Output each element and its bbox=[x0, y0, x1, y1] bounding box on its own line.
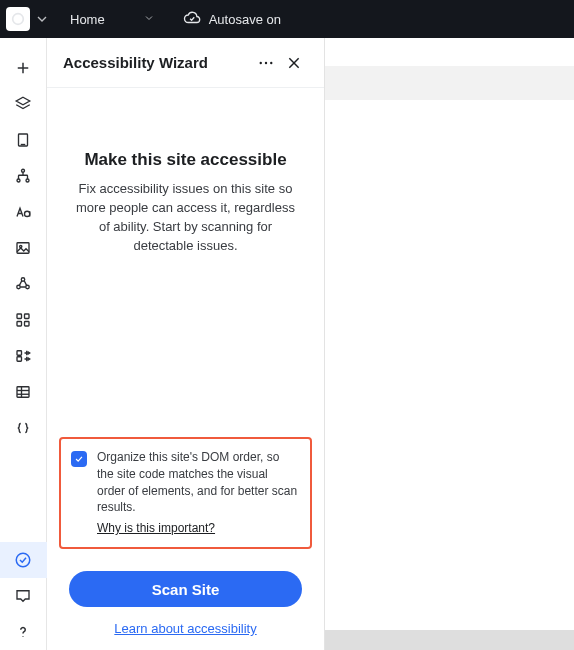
cloud-check-icon bbox=[183, 9, 201, 30]
panel-body: Make this site accessible Fix accessibil… bbox=[47, 88, 324, 437]
rail-comments[interactable] bbox=[0, 578, 47, 614]
svg-rect-17 bbox=[25, 314, 30, 319]
dom-order-checkbox[interactable] bbox=[71, 451, 87, 467]
why-important-link[interactable]: Why is this important? bbox=[97, 520, 215, 537]
panel-description: Fix accessibility issues on this site so… bbox=[69, 180, 302, 255]
svg-point-0 bbox=[13, 14, 24, 25]
svg-rect-11 bbox=[17, 243, 29, 254]
svg-rect-22 bbox=[17, 387, 29, 398]
rail-data[interactable] bbox=[0, 338, 47, 374]
panel-title: Accessibility Wizard bbox=[63, 54, 252, 71]
autosave-toggle[interactable]: Autosave on bbox=[183, 9, 281, 30]
svg-point-30 bbox=[270, 61, 272, 63]
svg-point-14 bbox=[17, 285, 20, 288]
svg-point-15 bbox=[26, 285, 29, 288]
rail-apps[interactable] bbox=[0, 302, 47, 338]
rail-connections[interactable] bbox=[0, 266, 47, 302]
editor-stage bbox=[325, 38, 574, 650]
rail-fonts[interactable] bbox=[0, 194, 47, 230]
rail-code[interactable] bbox=[0, 410, 47, 446]
rail-accessibility[interactable] bbox=[0, 542, 47, 578]
svg-rect-20 bbox=[17, 351, 22, 356]
svg-point-27 bbox=[22, 636, 23, 637]
page-selector-label: Home bbox=[70, 12, 105, 27]
stage-band bbox=[325, 66, 574, 100]
close-button[interactable] bbox=[280, 49, 308, 77]
rail-add[interactable] bbox=[0, 50, 47, 86]
chevron-down-icon bbox=[143, 12, 155, 27]
left-rail bbox=[0, 38, 47, 650]
app-menu-chevron[interactable] bbox=[34, 11, 50, 27]
more-button[interactable] bbox=[252, 49, 280, 77]
top-bar: Home Autosave on bbox=[0, 0, 574, 38]
panel-footer: Organize this site's DOM order, so the s… bbox=[47, 437, 324, 650]
rail-help[interactable] bbox=[0, 614, 47, 650]
svg-rect-16 bbox=[17, 314, 22, 319]
dom-order-card: Organize this site's DOM order, so the s… bbox=[59, 437, 312, 549]
svg-point-7 bbox=[17, 179, 20, 182]
svg-rect-18 bbox=[17, 322, 22, 327]
rail-pages[interactable] bbox=[0, 122, 47, 158]
svg-point-28 bbox=[260, 61, 262, 63]
learn-accessibility-link[interactable]: Learn about accessibility bbox=[59, 621, 312, 636]
svg-point-9 bbox=[25, 211, 30, 216]
svg-point-6 bbox=[22, 169, 25, 172]
stage-footer-band bbox=[325, 630, 574, 650]
rail-site-structure[interactable] bbox=[0, 158, 47, 194]
rail-cms[interactable] bbox=[0, 374, 47, 410]
autosave-label: Autosave on bbox=[209, 12, 281, 27]
panel-heading: Make this site accessible bbox=[69, 150, 302, 170]
svg-rect-19 bbox=[25, 322, 30, 327]
panel-header: Accessibility Wizard bbox=[47, 38, 324, 88]
scan-site-button[interactable]: Scan Site bbox=[69, 571, 302, 607]
rail-media[interactable] bbox=[0, 230, 47, 266]
app-logo[interactable] bbox=[6, 7, 30, 31]
rail-layers[interactable] bbox=[0, 86, 47, 122]
svg-marker-3 bbox=[16, 97, 30, 105]
svg-point-8 bbox=[26, 179, 29, 182]
accessibility-panel: Accessibility Wizard Make this site acce… bbox=[47, 38, 325, 650]
svg-rect-21 bbox=[17, 357, 22, 362]
page-selector[interactable]: Home bbox=[64, 8, 161, 31]
svg-point-26 bbox=[16, 553, 30, 567]
svg-point-29 bbox=[265, 61, 267, 63]
dom-order-text: Organize this site's DOM order, so the s… bbox=[97, 450, 297, 514]
